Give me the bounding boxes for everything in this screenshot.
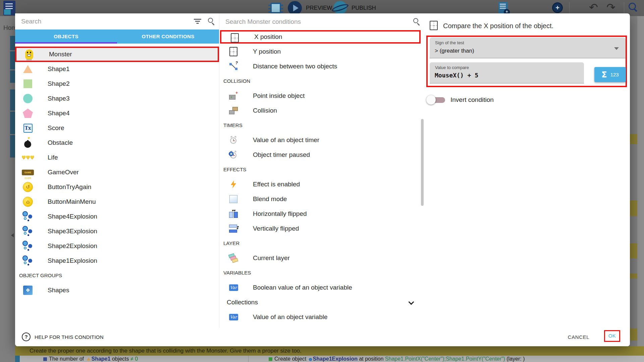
cancel-button[interactable]: CANCEL bbox=[562, 328, 595, 346]
group-icon: ❖ bbox=[23, 286, 33, 295]
toolbar-divider bbox=[569, 2, 570, 14]
events-scrollbar[interactable] bbox=[637, 16, 644, 362]
comment-text: Create the proper one according to the s… bbox=[15, 346, 644, 356]
object-item-shape2[interactable]: Shape2 bbox=[15, 76, 219, 91]
toolbar-search-icon[interactable] bbox=[629, 3, 636, 10]
debug-icon[interactable] bbox=[270, 3, 281, 13]
event-row-sliver bbox=[630, 328, 637, 341]
fold-arrow-icon[interactable] bbox=[11, 233, 14, 237]
object-item-life[interactable]: ♥♥♥Life bbox=[15, 150, 219, 165]
condition-item-blend-mode[interactable]: Blend mode bbox=[219, 192, 424, 206]
redo-icon[interactable]: ↷ bbox=[606, 1, 615, 14]
object-item-gameover[interactable]: GAME OVERGameOver bbox=[15, 165, 219, 180]
object-item-shape4[interactable]: Shape4 bbox=[15, 106, 219, 121]
square-icon bbox=[23, 79, 32, 88]
hearts-icon: ♥♥♥ bbox=[21, 155, 34, 161]
condition-item-point-inside-object[interactable]: ++Point inside object bbox=[219, 88, 424, 103]
condition-item-x-position[interactable]: X position bbox=[220, 30, 421, 44]
conditions-panel: X position Y position ?Distance between … bbox=[219, 13, 424, 328]
point-inside-icon: ++ bbox=[229, 92, 238, 100]
value-to-compare-value: MouseX() + 5 bbox=[435, 72, 478, 79]
pentagon-icon bbox=[23, 109, 33, 118]
event-row-sliver bbox=[630, 274, 637, 279]
object-groups-header: OBJECT GROUPS bbox=[19, 268, 62, 283]
ok-button[interactable]: OK bbox=[604, 330, 620, 342]
group-item-shapes[interactable]: ❖Shapes bbox=[15, 283, 219, 298]
dialog-footer: ? HELP FOR THIS CONDITION CANCEL OK bbox=[15, 328, 630, 346]
position-icon bbox=[229, 47, 237, 56]
preview-play-icon[interactable] bbox=[288, 1, 302, 15]
condition-item-distance-between-two-objects[interactable]: ?Distance between two objects bbox=[219, 59, 424, 74]
event-row-sliver bbox=[630, 134, 637, 144]
var-icon: Var bbox=[229, 284, 238, 291]
condition-item-object-timer-paused[interactable]: Object timer paused bbox=[219, 147, 424, 162]
monster-icon bbox=[25, 50, 33, 60]
object-item-score[interactable]: TxScore bbox=[15, 121, 219, 135]
var-icon: Var bbox=[229, 314, 238, 320]
object-item-monster[interactable]: Monster bbox=[15, 47, 219, 62]
circle-icon bbox=[23, 94, 33, 103]
add-circle-icon[interactable]: + bbox=[552, 2, 563, 13]
condition-item-boolean-value-of-an-object-variable[interactable]: VarBoolean value of an object variable bbox=[219, 280, 424, 295]
object-item-shape1[interactable]: Shape1 bbox=[15, 62, 219, 76]
object-item-shape2explosion[interactable]: Shape2Explosion bbox=[15, 239, 219, 253]
particles-icon bbox=[22, 226, 33, 237]
object-item-obstacle[interactable]: ✦Obstacle bbox=[15, 135, 219, 150]
tab-other-conditions[interactable]: OTHER CONDITIONS bbox=[117, 29, 219, 44]
button-retry-icon: ↺ bbox=[23, 182, 33, 192]
condition-item-value-of-an-object-timer[interactable]: Value of an object timer bbox=[219, 133, 424, 147]
value-to-compare-label: Value to compare bbox=[435, 65, 469, 70]
conditions-search-input[interactable] bbox=[219, 13, 424, 30]
object-item-shape4explosion[interactable]: Shape4Explosion bbox=[15, 209, 219, 224]
condition-settings-panel: Compare the X position of the object. Si… bbox=[424, 13, 630, 328]
condition-item-value-of-an-object-variable[interactable]: VarValue of an object variable bbox=[219, 310, 424, 324]
event-comment-row: Create the proper one according to the s… bbox=[15, 346, 644, 356]
blend-icon bbox=[229, 195, 237, 203]
add-scene-icon[interactable]: + bbox=[498, 2, 508, 13]
condition-title: Compare the X position of the object. bbox=[443, 21, 553, 31]
shape1-triangle-icon bbox=[87, 357, 91, 361]
panel-tabs: OBJECTS OTHER CONDITIONS bbox=[15, 29, 219, 44]
collapsible-collections[interactable]: Collections bbox=[219, 295, 424, 310]
expression-editor-button[interactable]: Σ 123 bbox=[594, 67, 626, 82]
object-item-shape1explosion[interactable]: Shape1Explosion bbox=[15, 253, 219, 268]
event-row-sliver bbox=[630, 243, 637, 258]
sign-of-test-select[interactable]: Sign of the test > (greater than) bbox=[430, 38, 626, 58]
toolbar-divider bbox=[624, 2, 624, 14]
event-row: The number of Shape1 objects ≠ 0 Create … bbox=[15, 356, 644, 362]
object-item-shape3explosion[interactable]: Shape3Explosion bbox=[15, 224, 219, 239]
condition-item-y-position[interactable]: Y position bbox=[219, 44, 424, 59]
objects-search-input[interactable] bbox=[15, 13, 219, 29]
project-manager-icon[interactable] bbox=[3, 1, 15, 15]
value-to-compare-input[interactable]: Value to compare MouseX() + 5 bbox=[430, 62, 584, 83]
tab-objects[interactable]: OBJECTS bbox=[15, 29, 117, 44]
chevron-down-icon bbox=[409, 299, 414, 305]
action-icon bbox=[269, 357, 272, 361]
gameover-icon: GAME OVER bbox=[22, 170, 34, 175]
search-icon[interactable] bbox=[413, 18, 418, 23]
distance-icon: ? bbox=[229, 62, 238, 71]
search-icon[interactable] bbox=[208, 18, 213, 23]
publish-globe-icon[interactable] bbox=[333, 1, 347, 14]
condition-item-current-layer[interactable]: Current layer bbox=[219, 251, 424, 265]
object-item-buttontryagain[interactable]: ↺ButtonTryAgain bbox=[15, 180, 219, 194]
undo-icon[interactable]: ↶ bbox=[589, 1, 598, 14]
condition-item-vertically-flipped[interactable]: ↕Vertically flipped bbox=[219, 221, 424, 236]
filter-icon[interactable] bbox=[194, 19, 201, 24]
help-icon[interactable]: ? bbox=[22, 333, 31, 341]
objects-panel: OBJECTS OTHER CONDITIONS Monster Shape1 … bbox=[15, 13, 219, 328]
event-condition-text: The number of Shape1 objects ≠ 0 bbox=[43, 356, 138, 362]
condition-item-effect-is-enabled[interactable]: Effect is enabled bbox=[219, 177, 424, 192]
condition-item-horizontally-flipped[interactable]: ↔Horizontally flipped bbox=[219, 206, 424, 221]
section-header-timers: TIMERS bbox=[223, 118, 243, 133]
event-action-text: Create object Shape1Explosion at positio… bbox=[269, 356, 525, 362]
invert-toggle-knob[interactable] bbox=[426, 95, 436, 105]
condition-item-collision[interactable]: Collision bbox=[219, 103, 424, 118]
object-item-shape3[interactable]: Shape3 bbox=[15, 91, 219, 106]
object-item-buttonmainmenu[interactable]: ⌂ButtonMainMenu bbox=[15, 194, 219, 209]
choose-condition-dialog: OBJECTS OTHER CONDITIONS Monster Shape1 … bbox=[15, 13, 630, 346]
section-header-collision: COLLISION bbox=[223, 74, 250, 88]
help-link[interactable]: HELP FOR THIS CONDITION bbox=[35, 328, 104, 346]
conditions-scrollbar[interactable] bbox=[421, 119, 424, 206]
event-selection-tab bbox=[15, 356, 20, 362]
